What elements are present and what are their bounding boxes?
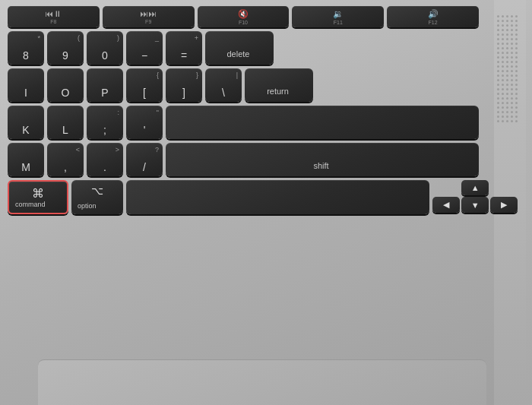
speaker-dot (515, 65, 518, 68)
speaker-dot (497, 74, 499, 77)
key-f9[interactable]: ⏭⏭ F9 (103, 6, 195, 27)
key-backslash[interactable]: | \ (205, 68, 242, 102)
speaker-dot (515, 52, 518, 54)
key-f8[interactable]: ⏮⏸ F8 (8, 6, 100, 27)
speaker-dot (515, 97, 518, 100)
key-delete[interactable]: delete (205, 31, 274, 65)
speaker-dot (506, 84, 508, 86)
speaker-dot (511, 70, 513, 72)
speaker-dot (511, 33, 513, 36)
keyboard-area: ⏮⏸ F8 ⏭⏭ F9 🔇 F10 🔉 F11 🔊 F12 * (0, 0, 494, 405)
key-return[interactable]: return (245, 68, 313, 102)
key-f10[interactable]: 🔇 F10 (198, 6, 290, 27)
speaker-dot (502, 65, 504, 68)
key-k[interactable]: K (8, 106, 44, 139)
key-period[interactable]: > . (87, 143, 123, 176)
speaker-dot (506, 61, 508, 63)
key-semicolon[interactable]: : ; (87, 106, 123, 139)
key-8[interactable]: * 8 (8, 31, 44, 65)
speaker-dot (506, 115, 508, 118)
speaker-dot (497, 70, 499, 72)
key-0[interactable]: ) 0 (87, 31, 123, 65)
speaker-dot (506, 43, 508, 45)
speaker-dot (502, 97, 504, 100)
key-comma[interactable]: < , (47, 143, 84, 176)
speaker-dot (515, 47, 518, 49)
speaker-dot (515, 84, 518, 86)
key-shift[interactable]: shift (166, 143, 479, 176)
key-arrow-up[interactable]: ▲ (461, 180, 489, 195)
speaker-dot (515, 102, 518, 104)
speaker-dot (506, 111, 508, 113)
key-equals[interactable]: + = (166, 31, 202, 65)
key-o[interactable]: O (47, 68, 84, 102)
trackpad (38, 359, 486, 405)
arrow-cluster: ▲ ◀ ▼ ▶ (432, 180, 479, 214)
speaker-dot (497, 33, 499, 36)
speaker-dot (502, 120, 504, 122)
key-space[interactable] (126, 180, 429, 214)
speaker-dot (497, 97, 499, 100)
key-p[interactable]: P (87, 68, 123, 102)
speaker-dot (502, 24, 504, 27)
speaker-dot (511, 111, 513, 113)
speaker-dot (497, 38, 499, 40)
laptop-body: // Will be rendered inline below ⏮⏸ F8 ⏭… (0, 0, 532, 405)
key-l[interactable]: L (47, 106, 84, 139)
speaker-dot (515, 111, 518, 113)
speaker-dot (511, 84, 513, 86)
speaker-dot (497, 47, 499, 49)
speaker-dot (515, 33, 518, 36)
speaker-dot (506, 120, 508, 122)
key-arrow-down[interactable]: ▼ (461, 197, 489, 213)
key-command[interactable]: ⌘ command (8, 180, 68, 214)
speaker-dot (511, 88, 513, 90)
key-option[interactable]: ⌥ option (71, 180, 123, 214)
speaker-dot (502, 47, 504, 49)
speaker-dot (506, 79, 508, 81)
key-return-lower[interactable] (166, 106, 479, 139)
speaker-dot (502, 106, 504, 109)
speaker-dot (506, 88, 508, 90)
speaker-dot (511, 61, 513, 63)
speaker-dot (497, 111, 499, 113)
speaker-dot (497, 102, 499, 104)
key-i[interactable]: I (8, 68, 44, 102)
bottom-row: M < , > . ? / shift (8, 143, 479, 176)
key-bracket-close[interactable]: } ] (166, 68, 202, 102)
speaker-dot (497, 52, 499, 54)
speaker-dot (511, 120, 513, 122)
key-9[interactable]: ( 9 (47, 31, 84, 65)
speaker-dot (497, 65, 499, 68)
homerow: K L : ; " ' (8, 106, 479, 139)
speaker-dot (511, 102, 513, 104)
speaker-dot (497, 106, 499, 109)
speaker-dot (502, 15, 504, 17)
key-m[interactable]: M (8, 143, 44, 176)
speaker-dot (497, 15, 499, 17)
key-quote[interactable]: " ' (126, 106, 163, 139)
key-slash[interactable]: ? / (126, 143, 163, 176)
speaker-dot (506, 70, 508, 72)
key-minus[interactable]: _ − (126, 31, 163, 65)
speaker-dot (515, 79, 518, 81)
speaker-dot (506, 15, 508, 17)
speaker-dot (506, 102, 508, 104)
spacebar-row: ⌘ command ⌥ option ▲ ◀ (8, 180, 479, 214)
speaker-dot (515, 20, 518, 22)
speaker-dot (511, 93, 513, 95)
key-f11[interactable]: 🔉 F11 (292, 6, 384, 27)
speaker-dot (502, 20, 504, 22)
speaker-dot (506, 97, 508, 100)
speaker-dot (497, 61, 499, 63)
speaker-dot (511, 97, 513, 100)
key-f12[interactable]: 🔊 F12 (387, 6, 479, 27)
speaker-dot (506, 106, 508, 109)
speaker-dot (515, 115, 518, 118)
speaker-dot (506, 74, 508, 77)
key-arrow-left[interactable]: ◀ (432, 197, 460, 213)
key-bracket-open[interactable]: { [ (126, 68, 163, 102)
speaker-dot (515, 29, 518, 31)
speaker-dot (511, 20, 513, 22)
speaker-dot (515, 43, 518, 45)
